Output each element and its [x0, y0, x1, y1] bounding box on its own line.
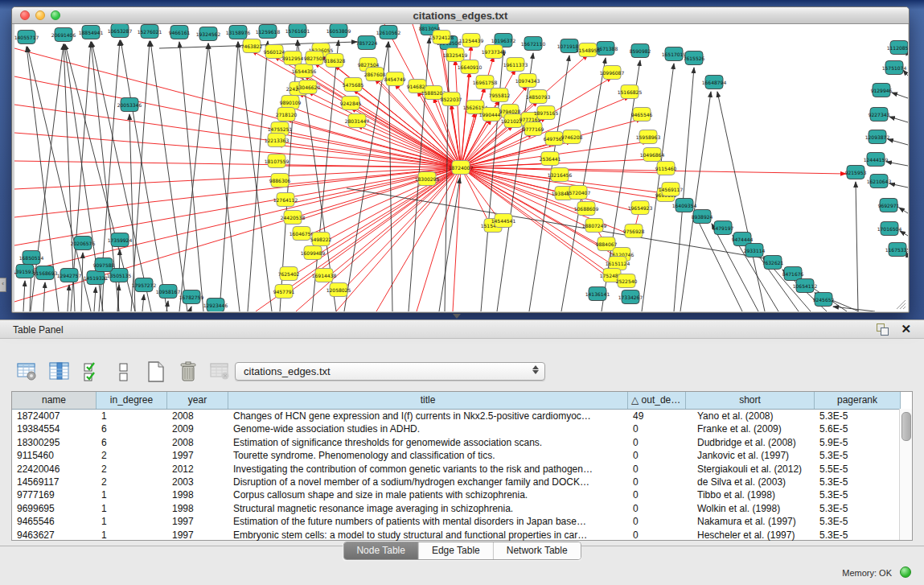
table-cell[interactable]: 5.6E-5: [815, 422, 901, 435]
table-scrollbar[interactable]: [899, 409, 912, 540]
table-body[interactable]: 1872400712008Changes of HCN gene express…: [12, 410, 912, 542]
table-cell[interactable]: 1997: [167, 515, 228, 528]
table-cell[interactable]: 18724007: [12, 410, 97, 422]
new-column-icon[interactable]: [145, 361, 166, 383]
table-cell[interactable]: 9465546: [12, 515, 97, 528]
table-cell[interactable]: 1: [97, 515, 167, 528]
panel-splitter-icon[interactable]: [453, 314, 461, 319]
table-cell[interactable]: Embryonic stem cells: a model to study s…: [228, 529, 628, 542]
table-cell[interactable]: 0: [628, 422, 686, 435]
column-header-year[interactable]: year: [167, 392, 228, 409]
column-header-title[interactable]: title: [228, 392, 628, 409]
table-cell[interactable]: 6: [97, 436, 167, 449]
column-header-name[interactable]: name: [12, 392, 97, 409]
node-table[interactable]: namein_degreeyeartitle△ out_de…shortpage…: [11, 391, 913, 541]
delete-table-icon[interactable]: [209, 361, 231, 383]
table-cell[interactable]: 1998: [167, 488, 228, 501]
table-cell[interactable]: 5.3E-5: [815, 515, 901, 528]
table-cell[interactable]: 2: [97, 463, 167, 476]
network-view-window[interactable]: citations_edges.txt 14055717206914061885…: [11, 6, 910, 313]
table-cell[interactable]: Nakamura et al. (1997): [686, 515, 815, 528]
table-cell[interactable]: 0: [628, 529, 686, 542]
delete-column-icon[interactable]: [177, 361, 199, 383]
table-cell[interactable]: 22420046: [12, 463, 97, 476]
table-cell[interactable]: 2: [97, 476, 167, 488]
select-all-icon[interactable]: [80, 361, 102, 383]
table-cell[interactable]: 5.9E-5: [815, 436, 901, 449]
table-cell[interactable]: 1998: [167, 502, 228, 515]
table-cell[interactable]: 2009: [167, 422, 228, 435]
table-cell[interactable]: 1: [97, 502, 167, 515]
close-panel-icon[interactable]: ✕: [901, 322, 911, 336]
column-header-out_de[interactable]: △ out_de…: [628, 392, 686, 409]
table-cell[interactable]: 5.3E-5: [815, 476, 901, 488]
table-cell[interactable]: 9777169: [12, 488, 97, 501]
table-cell[interactable]: 0: [628, 476, 686, 488]
table-cell[interactable]: 0: [628, 436, 686, 449]
table-tabs[interactable]: Node TableEdge TableNetwork Table: [343, 542, 581, 560]
table-cell[interactable]: 5.3E-5: [815, 502, 901, 515]
tab-network-table[interactable]: Network Table: [494, 542, 581, 559]
table-cell[interactable]: Dudbridge et al. (2008): [686, 436, 815, 449]
network-graph[interactable]: 1405571720691406188549411065328715276021…: [14, 24, 908, 311]
table-row[interactable]: 977716911998Corpus callosum shape and si…: [12, 488, 912, 501]
table-row[interactable]: 1830029562008Estimation of significance …: [12, 436, 912, 449]
table-cell[interactable]: Genome-wide association studies in ADHD.: [228, 422, 628, 435]
table-cell[interactable]: 5.3E-5: [815, 449, 901, 462]
table-cell[interactable]: Stergiakouli et al. (2012): [686, 463, 815, 476]
network-window-titlebar[interactable]: citations_edges.txt: [12, 7, 909, 24]
table-cell[interactable]: 19384554: [12, 422, 97, 435]
tab-node-table[interactable]: Node Table: [343, 542, 419, 559]
table-cell[interactable]: 5.3E-5: [815, 529, 901, 542]
table-cell[interactable]: Estimation of significance thresholds fo…: [228, 436, 628, 449]
table-cell[interactable]: de Silva et al. (2003): [686, 476, 815, 488]
table-cell[interactable]: Investigating the contribution of common…: [228, 463, 628, 476]
table-cell[interactable]: 1: [97, 488, 167, 501]
table-cell[interactable]: 2008: [167, 410, 228, 422]
table-cell[interactable]: Disruption of a novel member of a sodium…: [228, 476, 628, 488]
table-cell[interactable]: 1997: [167, 449, 228, 462]
table-row[interactable]: 1938455462009Genome-wide association stu…: [12, 422, 912, 435]
float-panel-icon[interactable]: [877, 323, 889, 336]
table-cell[interactable]: Tibbo et al. (1998): [686, 488, 815, 501]
table-cell[interactable]: Jankovic et al. (1997): [686, 449, 815, 462]
table-cell[interactable]: 5.3E-5: [815, 488, 901, 501]
table-row[interactable]: 946554611997Estimation of the future num…: [12, 515, 912, 528]
table-cell[interactable]: 5.5E-5: [815, 463, 901, 476]
table-cell[interactable]: 0: [628, 515, 686, 528]
table-cell[interactable]: 0: [628, 463, 686, 476]
table-cell[interactable]: Yano et al. (2008): [686, 410, 815, 422]
unselect-all-icon[interactable]: [113, 361, 134, 383]
network-canvas[interactable]: 1405571720691406188549411065328715276021…: [14, 24, 908, 311]
table-scrollbar-thumb[interactable]: [901, 412, 911, 441]
table-row[interactable]: 2242004622012Investigating the contribut…: [12, 463, 912, 476]
column-header-in_degree[interactable]: in_degree: [97, 392, 167, 409]
table-cell[interactable]: 2008: [167, 436, 228, 449]
table-cell[interactable]: Estimation of the future numbers of pati…: [228, 515, 628, 528]
table-select-dropdown[interactable]: citations_edges.txt: [235, 362, 545, 381]
tab-edge-table[interactable]: Edge Table: [419, 542, 494, 559]
table-cell[interactable]: 0: [628, 488, 686, 501]
column-header-short[interactable]: short: [686, 392, 815, 409]
table-cell[interactable]: 2: [97, 449, 167, 462]
table-cell[interactable]: Structural magnetic resonance image aver…: [228, 502, 628, 515]
show-columns-icon[interactable]: [48, 361, 70, 383]
table-cell[interactable]: 5.3E-5: [815, 410, 901, 422]
table-row[interactable]: 1456911722003Disruption of a novel membe…: [12, 476, 912, 488]
table-cell[interactable]: 9699695: [12, 502, 97, 515]
table-cell[interactable]: 14569117: [12, 476, 97, 488]
table-cell[interactable]: 1: [97, 410, 167, 422]
table-row[interactable]: 1872400712008Changes of HCN gene express…: [12, 410, 912, 422]
table-cell[interactable]: 1: [97, 529, 167, 542]
table-cell[interactable]: Corpus callosum shape and size in male p…: [228, 488, 628, 501]
table-cell[interactable]: Changes of HCN gene expression and I(f) …: [228, 410, 628, 422]
column-header-pagerank[interactable]: pagerank: [815, 392, 901, 409]
table-cell[interactable]: 49: [628, 410, 686, 422]
table-row[interactable]: 911546021997Tourette syndrome. Phenomeno…: [12, 449, 912, 462]
table-cell[interactable]: 9463627: [12, 529, 97, 542]
table-cell[interactable]: 18300295: [12, 436, 97, 449]
table-cell[interactable]: Franke et al. (2009): [686, 422, 815, 435]
table-cell[interactable]: 0: [628, 502, 686, 515]
table-cell[interactable]: Tourette syndrome. Phenomenology and cla…: [228, 449, 628, 462]
table-cell[interactable]: 2012: [167, 463, 228, 476]
